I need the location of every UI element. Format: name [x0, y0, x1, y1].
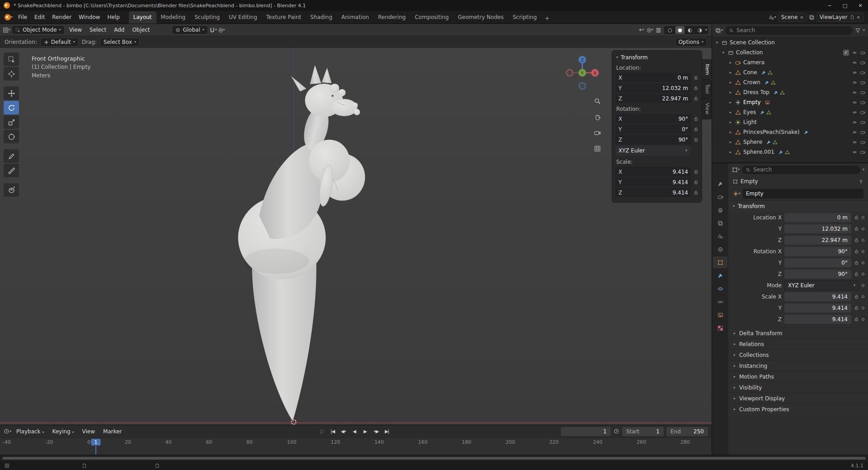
outliner-editor-type-icon[interactable]: ▾: [715, 28, 723, 33]
workspace-tab-texture-paint[interactable]: Texture Paint: [262, 11, 306, 24]
drag-dropdown[interactable]: Select Box▾: [100, 38, 140, 47]
lock-icon[interactable]: [854, 271, 859, 276]
lock-icon[interactable]: [854, 215, 859, 220]
workspace-tab-layout[interactable]: Layout: [129, 11, 156, 24]
use-preview-range-icon[interactable]: [613, 428, 619, 434]
tool-move[interactable]: [4, 86, 19, 100]
hide-eye-icon[interactable]: [852, 100, 857, 105]
tool-rotate[interactable]: [4, 101, 19, 114]
viewlayer-selector[interactable]: ViewLayer✕: [816, 13, 863, 22]
editor-type-icon[interactable]: ▾: [3, 27, 10, 33]
timeline-editor-type-icon[interactable]: ▾: [4, 428, 11, 434]
toggle-xray[interactable]: ▥: [656, 27, 661, 33]
rotation-mode-dropdown[interactable]: XYZ Euler▾: [615, 146, 690, 156]
proportional-edit-toggle[interactable]: ◎▾: [218, 27, 225, 33]
mode-dropdown[interactable]: Object Mode▾: [12, 25, 65, 34]
scale-x-field[interactable]: X9.414: [615, 167, 691, 176]
scene-browse-icon[interactable]: ▾: [769, 14, 776, 20]
tab-scene[interactable]: [713, 230, 727, 242]
viewport-canvas[interactable]: Front Orthographic (1) Collection | Empt…: [0, 48, 712, 425]
section-instancing[interactable]: ▸Instancing: [728, 360, 868, 371]
section-custom-properties[interactable]: ▸Custom Properties: [728, 404, 868, 414]
rotation-mode-dropdown[interactable]: XYZ Euler▾: [784, 281, 859, 290]
horizontal-scrollbar[interactable]: [2, 457, 866, 460]
workspace-tab-modeling[interactable]: Modeling: [156, 11, 190, 24]
tab-object[interactable]: [713, 256, 727, 268]
previous-keyframe-button[interactable]: ◀•: [339, 427, 349, 436]
hide-eye-icon[interactable]: [852, 150, 857, 155]
transform-panel-header[interactable]: ▾Transform: [615, 53, 698, 63]
tab-world[interactable]: [713, 243, 727, 255]
hide-eye-icon[interactable]: [852, 130, 857, 135]
tab-tool[interactable]: [713, 178, 727, 190]
render-visibility-icon[interactable]: [860, 130, 865, 135]
menu-marker[interactable]: Marker: [100, 427, 125, 436]
orientation-dropdown[interactable]: Default▾: [40, 38, 79, 47]
viewlayer-copy-icon[interactable]: [850, 15, 854, 19]
object-browse-icon[interactable]: ▾: [733, 191, 741, 197]
lock-icon[interactable]: [693, 85, 698, 90]
properties-options-icon[interactable]: ▾: [863, 168, 864, 171]
lock-icon[interactable]: [854, 237, 859, 242]
rotation-x-field[interactable]: 90°: [784, 247, 851, 256]
menu-help[interactable]: Help: [104, 13, 123, 22]
render-visibility-icon[interactable]: [860, 80, 865, 85]
animate-dot[interactable]: [862, 307, 864, 309]
maximize-button[interactable]: □: [837, 0, 853, 11]
tab-texture[interactable]: [713, 322, 727, 334]
outliner-item-sphere-001[interactable]: ▸ Sphere.001: [712, 147, 868, 157]
workspace-tab-uv-editing[interactable]: UV Editing: [224, 11, 262, 24]
tab-view-layer[interactable]: [713, 217, 727, 229]
workspace-tab-sculpting[interactable]: Sculpting: [190, 11, 224, 24]
shading-material-button[interactable]: ◐: [685, 26, 694, 34]
outliner-item-camera[interactable]: ▸ Camera: [712, 57, 868, 67]
transform-orientation-dropdown[interactable]: Global▾: [172, 25, 208, 34]
properties-editor-type-icon[interactable]: ▾: [732, 167, 740, 173]
scale-z-field[interactable]: 9.414: [784, 315, 851, 324]
lock-icon[interactable]: [693, 116, 698, 121]
render-visibility-icon[interactable]: [860, 50, 865, 55]
autokey-toggle[interactable]: ◌: [317, 427, 327, 436]
lock-icon[interactable]: [854, 317, 859, 322]
minimize-button[interactable]: −: [822, 0, 837, 11]
animate-dot[interactable]: [862, 295, 864, 298]
shading-wireframe-button[interactable]: ○: [665, 26, 675, 34]
play-button[interactable]: ▶: [360, 427, 370, 436]
render-visibility-icon[interactable]: [860, 150, 865, 155]
tab-output[interactable]: [713, 204, 727, 216]
lock-icon[interactable]: [693, 190, 698, 195]
workspace-tab-geometry-nodes[interactable]: Geometry Nodes: [453, 11, 508, 24]
current-frame-field[interactable]: 1: [561, 427, 611, 436]
menu-file[interactable]: File: [14, 13, 31, 22]
lock-icon[interactable]: [693, 137, 698, 142]
lock-icon[interactable]: [693, 75, 698, 80]
tool-transform[interactable]: [4, 130, 19, 143]
shading-solid-button[interactable]: ●: [675, 26, 684, 34]
menu-edit[interactable]: Edit: [31, 13, 48, 22]
hide-eye-icon[interactable]: [852, 90, 857, 95]
hide-eye-icon[interactable]: [852, 50, 857, 55]
shading-rendered-button[interactable]: ◑: [695, 26, 704, 34]
tool-select-box[interactable]: [4, 52, 19, 66]
lock-icon[interactable]: [854, 249, 859, 254]
menu-select[interactable]: Select: [86, 25, 109, 34]
filter-icon[interactable]: [855, 28, 861, 33]
workspace-tab-rendering[interactable]: Rendering: [373, 11, 410, 24]
tab-object-data[interactable]: [713, 309, 727, 321]
viewlayer-unlink-icon[interactable]: ✕: [857, 15, 860, 20]
location-y-field[interactable]: 12.032 m: [784, 224, 851, 233]
animate-dot[interactable]: [862, 216, 864, 219]
pin-icon[interactable]: [859, 179, 863, 184]
lock-icon[interactable]: [693, 180, 698, 185]
close-button[interactable]: ✕: [853, 0, 868, 11]
rotation-y-field[interactable]: 0°: [784, 258, 851, 267]
hide-eye-icon[interactable]: [852, 140, 857, 145]
animate-dot[interactable]: [862, 261, 864, 264]
render-visibility-icon[interactable]: [860, 140, 865, 145]
menu-add[interactable]: Add: [111, 25, 127, 34]
outliner-item-light[interactable]: ▸ Light: [712, 117, 868, 127]
tool-add-cube[interactable]: [4, 183, 19, 197]
outliner-options-icon[interactable]: ▾: [863, 28, 865, 32]
animate-dot[interactable]: [862, 228, 864, 230]
zoom-icon[interactable]: [591, 95, 603, 107]
